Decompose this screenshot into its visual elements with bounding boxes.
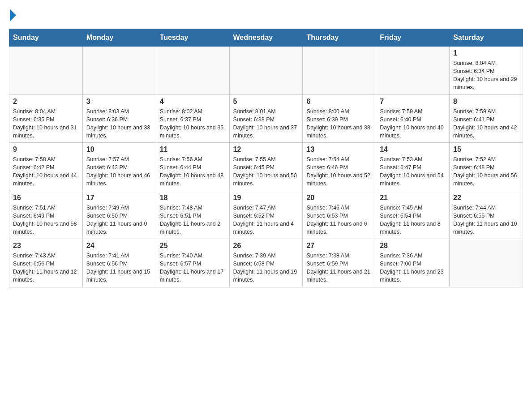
day-number: 2 xyxy=(13,98,79,106)
weekday-header-tuesday: Tuesday xyxy=(156,29,229,47)
logo-arrow-icon xyxy=(10,9,16,21)
day-number: 18 xyxy=(160,194,226,202)
calendar-table: SundayMondayTuesdayWednesdayThursdayFrid… xyxy=(9,29,523,287)
day-number: 16 xyxy=(13,194,79,202)
day-info: Sunrise: 7:58 AM Sunset: 6:42 PM Dayligh… xyxy=(13,155,79,188)
calendar-cell: 5Sunrise: 8:01 AM Sunset: 6:38 PM Daylig… xyxy=(229,94,303,143)
day-info: Sunrise: 8:03 AM Sunset: 6:36 PM Dayligh… xyxy=(86,107,152,140)
logo xyxy=(9,9,17,21)
day-number: 21 xyxy=(380,194,446,202)
calendar-cell: 20Sunrise: 7:46 AM Sunset: 6:53 PM Dayli… xyxy=(303,191,376,239)
calendar-cell: 18Sunrise: 7:48 AM Sunset: 6:51 PM Dayli… xyxy=(156,191,229,239)
day-number: 15 xyxy=(453,146,519,154)
day-number: 19 xyxy=(233,194,299,202)
day-info: Sunrise: 7:53 AM Sunset: 6:47 PM Dayligh… xyxy=(380,155,446,188)
calendar-cell: 22Sunrise: 7:44 AM Sunset: 6:55 PM Dayli… xyxy=(450,191,523,239)
day-info: Sunrise: 7:39 AM Sunset: 6:58 PM Dayligh… xyxy=(233,252,299,284)
day-info: Sunrise: 8:01 AM Sunset: 6:38 PM Dayligh… xyxy=(233,107,299,140)
calendar-cell: 14Sunrise: 7:53 AM Sunset: 6:47 PM Dayli… xyxy=(376,143,450,191)
calendar-cell: 11Sunrise: 7:56 AM Sunset: 6:44 PM Dayli… xyxy=(156,143,229,191)
weekday-header-thursday: Thursday xyxy=(303,29,376,47)
calendar-cell xyxy=(82,47,156,95)
day-info: Sunrise: 7:46 AM Sunset: 6:53 PM Dayligh… xyxy=(306,204,372,236)
calendar-cell xyxy=(229,47,303,95)
week-row-4: 16Sunrise: 7:51 AM Sunset: 6:49 PM Dayli… xyxy=(9,191,523,239)
calendar-cell: 13Sunrise: 7:54 AM Sunset: 6:46 PM Dayli… xyxy=(303,143,376,191)
weekday-header-monday: Monday xyxy=(82,29,156,47)
day-number: 20 xyxy=(306,194,372,202)
calendar-cell: 17Sunrise: 7:49 AM Sunset: 6:50 PM Dayli… xyxy=(82,191,156,239)
weekday-header-sunday: Sunday xyxy=(9,29,83,47)
day-number: 26 xyxy=(233,242,299,250)
logo-blue-part xyxy=(9,9,17,21)
week-row-1: 1Sunrise: 8:04 AM Sunset: 6:34 PM Daylig… xyxy=(9,47,523,95)
day-number: 1 xyxy=(453,49,519,57)
calendar-cell: 6Sunrise: 8:00 AM Sunset: 6:39 PM Daylig… xyxy=(303,94,376,143)
day-info: Sunrise: 7:40 AM Sunset: 6:57 PM Dayligh… xyxy=(160,252,226,284)
calendar-cell: 3Sunrise: 8:03 AM Sunset: 6:36 PM Daylig… xyxy=(82,94,156,143)
page-header xyxy=(9,9,523,21)
calendar-cell: 10Sunrise: 7:57 AM Sunset: 6:43 PM Dayli… xyxy=(82,143,156,191)
calendar-cell: 16Sunrise: 7:51 AM Sunset: 6:49 PM Dayli… xyxy=(9,191,83,239)
day-info: Sunrise: 7:36 AM Sunset: 7:00 PM Dayligh… xyxy=(380,252,446,284)
calendar-cell xyxy=(303,47,376,95)
calendar-cell: 12Sunrise: 7:55 AM Sunset: 6:45 PM Dayli… xyxy=(229,143,303,191)
calendar-cell: 1Sunrise: 8:04 AM Sunset: 6:34 PM Daylig… xyxy=(450,47,523,95)
day-info: Sunrise: 8:00 AM Sunset: 6:39 PM Dayligh… xyxy=(306,107,372,140)
day-info: Sunrise: 7:38 AM Sunset: 6:59 PM Dayligh… xyxy=(306,252,372,284)
day-info: Sunrise: 7:54 AM Sunset: 6:46 PM Dayligh… xyxy=(306,155,372,188)
calendar-cell: 19Sunrise: 7:47 AM Sunset: 6:52 PM Dayli… xyxy=(229,191,303,239)
calendar-header: SundayMondayTuesdayWednesdayThursdayFrid… xyxy=(9,29,523,47)
day-number: 10 xyxy=(86,146,152,154)
day-number: 13 xyxy=(306,146,372,154)
calendar-cell: 2Sunrise: 8:04 AM Sunset: 6:35 PM Daylig… xyxy=(9,94,83,143)
day-info: Sunrise: 7:48 AM Sunset: 6:51 PM Dayligh… xyxy=(160,204,226,236)
day-number: 14 xyxy=(380,146,446,154)
day-number: 12 xyxy=(233,146,299,154)
day-info: Sunrise: 7:51 AM Sunset: 6:49 PM Dayligh… xyxy=(13,204,79,236)
day-info: Sunrise: 8:04 AM Sunset: 6:34 PM Dayligh… xyxy=(453,59,519,92)
calendar-cell: 26Sunrise: 7:39 AM Sunset: 6:58 PM Dayli… xyxy=(229,239,303,287)
weekday-header-wednesday: Wednesday xyxy=(229,29,303,47)
calendar-cell: 8Sunrise: 7:59 AM Sunset: 6:41 PM Daylig… xyxy=(450,94,523,143)
calendar-cell xyxy=(450,239,523,287)
calendar-cell: 4Sunrise: 8:02 AM Sunset: 6:37 PM Daylig… xyxy=(156,94,229,143)
day-number: 11 xyxy=(160,146,226,154)
day-info: Sunrise: 7:57 AM Sunset: 6:43 PM Dayligh… xyxy=(86,155,152,188)
calendar-cell: 23Sunrise: 7:43 AM Sunset: 6:56 PM Dayli… xyxy=(9,239,83,287)
calendar-cell: 15Sunrise: 7:52 AM Sunset: 6:48 PM Dayli… xyxy=(450,143,523,191)
day-info: Sunrise: 8:02 AM Sunset: 6:37 PM Dayligh… xyxy=(160,107,226,140)
day-info: Sunrise: 7:49 AM Sunset: 6:50 PM Dayligh… xyxy=(86,204,152,236)
day-info: Sunrise: 7:45 AM Sunset: 6:54 PM Dayligh… xyxy=(380,204,446,236)
weekday-header-friday: Friday xyxy=(376,29,450,47)
day-info: Sunrise: 7:55 AM Sunset: 6:45 PM Dayligh… xyxy=(233,155,299,188)
day-info: Sunrise: 7:41 AM Sunset: 6:56 PM Dayligh… xyxy=(86,252,152,284)
day-info: Sunrise: 7:43 AM Sunset: 6:56 PM Dayligh… xyxy=(13,252,79,284)
day-number: 25 xyxy=(160,242,226,250)
day-number: 3 xyxy=(86,98,152,106)
week-row-5: 23Sunrise: 7:43 AM Sunset: 6:56 PM Dayli… xyxy=(9,239,523,287)
weekday-header-row: SundayMondayTuesdayWednesdayThursdayFrid… xyxy=(9,29,523,47)
day-info: Sunrise: 7:44 AM Sunset: 6:55 PM Dayligh… xyxy=(453,204,519,236)
day-info: Sunrise: 8:04 AM Sunset: 6:35 PM Dayligh… xyxy=(13,107,79,140)
weekday-header-saturday: Saturday xyxy=(450,29,523,47)
calendar-cell: 25Sunrise: 7:40 AM Sunset: 6:57 PM Dayli… xyxy=(156,239,229,287)
day-info: Sunrise: 7:52 AM Sunset: 6:48 PM Dayligh… xyxy=(453,155,519,188)
day-number: 17 xyxy=(86,194,152,202)
day-number: 24 xyxy=(86,242,152,250)
day-number: 7 xyxy=(380,98,446,106)
day-number: 4 xyxy=(160,98,226,106)
day-number: 22 xyxy=(453,194,519,202)
calendar-cell: 7Sunrise: 7:59 AM Sunset: 6:40 PM Daylig… xyxy=(376,94,450,143)
week-row-3: 9Sunrise: 7:58 AM Sunset: 6:42 PM Daylig… xyxy=(9,143,523,191)
day-info: Sunrise: 7:56 AM Sunset: 6:44 PM Dayligh… xyxy=(160,155,226,188)
day-number: 9 xyxy=(13,146,79,154)
calendar-cell: 24Sunrise: 7:41 AM Sunset: 6:56 PM Dayli… xyxy=(82,239,156,287)
calendar-cell xyxy=(156,47,229,95)
calendar-body: 1Sunrise: 8:04 AM Sunset: 6:34 PM Daylig… xyxy=(9,47,523,287)
day-info: Sunrise: 7:59 AM Sunset: 6:40 PM Dayligh… xyxy=(380,107,446,140)
week-row-2: 2Sunrise: 8:04 AM Sunset: 6:35 PM Daylig… xyxy=(9,94,523,143)
calendar-cell: 9Sunrise: 7:58 AM Sunset: 6:42 PM Daylig… xyxy=(9,143,83,191)
calendar-cell xyxy=(376,47,450,95)
day-number: 8 xyxy=(453,98,519,106)
